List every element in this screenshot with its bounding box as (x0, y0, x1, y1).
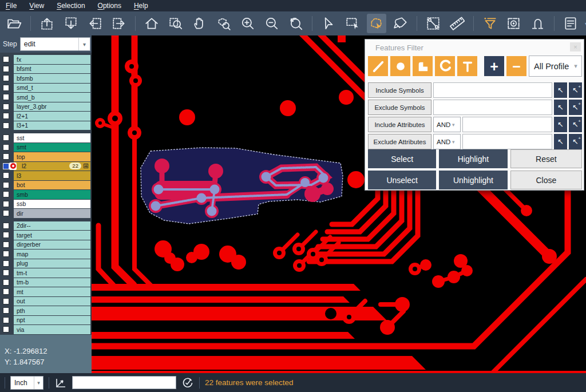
menu-selection[interactable]: Selection (57, 2, 85, 10)
unhighlight-button[interactable]: Unhighlight (439, 171, 507, 189)
layer-name[interactable]: fx (14, 55, 90, 64)
layer-visibility-checkbox[interactable] (3, 94, 9, 100)
layer-visibility-checkbox[interactable] (3, 113, 9, 119)
layer-row-bfsmb[interactable]: bfsmb (0, 74, 92, 83)
pick-add-icon[interactable]: ↖+ (569, 134, 582, 149)
exclude-symbols-input[interactable] (433, 100, 552, 115)
layer-visibility-checkbox[interactable] (3, 307, 9, 314)
menu-file[interactable]: File (6, 2, 17, 10)
layer-visibility-checkbox[interactable] (3, 172, 9, 179)
layer-row-bfsmt[interactable]: bfsmt (0, 65, 92, 74)
layer-name[interactable]: npt (14, 316, 90, 325)
layer-name[interactable]: ssb (14, 200, 90, 209)
measure-ruler-icon[interactable] (448, 14, 467, 33)
pick-add-icon[interactable]: ↖+ (569, 100, 582, 115)
layer-name[interactable]: l222⊞ (14, 162, 90, 171)
layer-visibility-checkbox[interactable] (3, 75, 9, 81)
layer-row-top[interactable]: top (0, 152, 92, 161)
layer-row-tm-t[interactable]: tm-t (0, 268, 92, 278)
layer-name[interactable]: 2dir-- (14, 221, 90, 231)
layer-name[interactable]: dirgerber (14, 240, 90, 250)
layer-name[interactable]: tm-t (14, 268, 90, 278)
layer-visibility-checkbox[interactable] (3, 270, 9, 276)
close-button[interactable]: Close (510, 171, 582, 189)
layer-name[interactable]: bfsmt (14, 65, 90, 74)
select-button[interactable]: Select (368, 149, 436, 168)
layer-visibility-checkbox[interactable] (3, 251, 9, 257)
include-symbols-input[interactable] (433, 82, 552, 98)
move-right-icon[interactable] (109, 14, 129, 33)
layer-row-mt[interactable]: mt (0, 287, 92, 296)
measure-distance-icon[interactable] (423, 14, 443, 33)
layer-row-map[interactable]: map (0, 250, 92, 259)
report-list-icon[interactable] (561, 14, 580, 33)
layer-name[interactable]: smd_b (14, 93, 90, 102)
layer-row-via[interactable]: via (0, 325, 92, 334)
layer-visibility-checkbox[interactable] (3, 326, 9, 332)
layer-row-dirgerber[interactable]: dirgerber (0, 240, 92, 250)
pick-icon[interactable]: ↖ (554, 100, 567, 115)
unselect-button[interactable]: Unselect (368, 171, 436, 189)
highlight-button[interactable]: Highlight (439, 149, 507, 168)
reset-button[interactable]: Reset (510, 149, 582, 168)
layer-visibility-checkbox[interactable] (3, 85, 9, 91)
exclude-symbols-button[interactable]: Exclude Symbols (368, 100, 431, 115)
grid-table-icon[interactable]: ⊞ (83, 163, 89, 169)
layer-row-dir[interactable]: dir (0, 209, 92, 218)
view-options-icon[interactable] (504, 14, 524, 33)
layer-row-bot[interactable]: bot (0, 181, 92, 190)
layer-visibility-checkbox[interactable] (3, 163, 9, 169)
layer-visibility-checkbox[interactable] (3, 260, 9, 267)
layer-row-out[interactable]: out (0, 297, 92, 306)
layer-name[interactable]: dir (14, 209, 90, 218)
layer-name[interactable]: top (14, 152, 90, 161)
layer-row-pth[interactable]: pth (0, 306, 92, 315)
layer-visibility-checkbox[interactable] (3, 298, 9, 304)
clean-brush-icon[interactable] (391, 14, 410, 33)
layer-row-smt[interactable]: smt (0, 143, 92, 152)
layer-visibility-checkbox[interactable] (3, 182, 9, 188)
layer-row-smb[interactable]: smb (0, 190, 92, 199)
layer-visibility-checkbox[interactable] (3, 210, 9, 216)
filter-add-button[interactable]: + (484, 56, 504, 76)
include-attributes-button[interactable]: Include Attributes (368, 117, 431, 132)
layer-name[interactable]: bfsmb (14, 74, 90, 83)
units-dropdown[interactable]: Inch ▾ (10, 376, 43, 390)
layer-row-l3[interactable]: l3 (0, 171, 92, 180)
layer-name[interactable]: via (14, 325, 90, 334)
layer-name[interactable]: out (14, 297, 90, 306)
layer-visibility-checkbox[interactable] (3, 134, 9, 141)
sync-check-icon[interactable] (181, 377, 194, 389)
layer-visibility-checkbox[interactable] (3, 104, 9, 110)
layer-name[interactable]: bot (14, 181, 90, 190)
exclude-attributes-and-dropdown[interactable]: AND ▾ (433, 134, 461, 149)
filter-type-arc-button[interactable] (435, 56, 455, 76)
zoom-object-icon[interactable] (214, 14, 233, 33)
pick-icon[interactable]: ↖ (554, 82, 567, 98)
filter-type-text-button[interactable] (457, 56, 477, 76)
layer-visibility-checkbox[interactable] (3, 232, 9, 238)
layer-visibility-checkbox[interactable] (3, 241, 9, 248)
layer-visibility-checkbox[interactable] (3, 223, 9, 229)
layer-row-l2+1[interactable]: l2+1 (0, 112, 92, 121)
select-pointer-icon[interactable] (319, 14, 338, 33)
select-rectangle-icon[interactable] (343, 14, 362, 33)
snap-mode-icon[interactable] (528, 14, 548, 33)
layer-visibility-checkbox[interactable] (3, 56, 9, 62)
include-attributes-and-dropdown[interactable]: AND ▾ (433, 117, 461, 132)
zoom-window-icon[interactable] (166, 14, 185, 33)
layer-row-sst[interactable]: sst (0, 133, 92, 142)
zoom-in-icon[interactable] (238, 14, 258, 33)
layer-name[interactable]: layer_3.gbr (14, 102, 90, 112)
layer-name[interactable]: smt (14, 143, 90, 152)
layer-row-smd_b[interactable]: smd_b (0, 93, 92, 102)
menu-help[interactable]: Help (134, 2, 148, 10)
filter-type-pad-button[interactable] (390, 56, 410, 76)
layer-visibility-checkbox[interactable] (3, 66, 9, 72)
menu-view[interactable]: View (29, 2, 44, 10)
layer-row-target[interactable]: target (0, 231, 92, 240)
layer-row-tm-b[interactable]: tm-b (0, 278, 92, 287)
open-file-icon[interactable] (5, 14, 24, 33)
layer-name[interactable]: smb (14, 190, 90, 199)
layer-visibility-checkbox[interactable] (3, 201, 9, 207)
